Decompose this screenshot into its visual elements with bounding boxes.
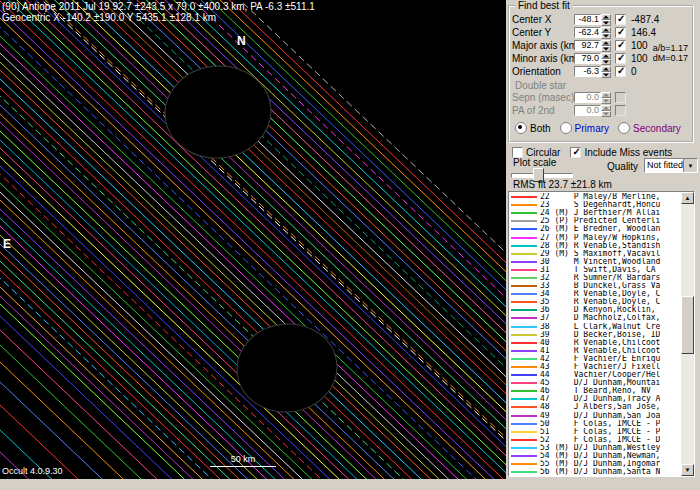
observer-list-item[interactable]: 55 (M) D/J Dunham,Ingomar [509, 460, 681, 468]
observer-list-item[interactable]: 45 D/J Dunham,Mountai [509, 379, 681, 387]
observer-list-item[interactable]: 30 M Vincent,Woodland [509, 258, 681, 266]
separation-spinner[interactable] [601, 92, 611, 104]
observer-list-item[interactable]: 56 (M) D/J Dunham,Santa N [509, 468, 681, 476]
chord-line[interactable] [0, 0, 506, 479]
fit-parameter-checkbox[interactable] [615, 14, 626, 25]
chord-color-swatch [511, 301, 537, 303]
fit-parameter-input[interactable]: -48.1 [574, 14, 601, 25]
chord-line[interactable] [0, 0, 506, 479]
observer-list-item[interactable]: 47 D/J Dunham,Tracy A [509, 395, 681, 403]
east-label: E [3, 237, 11, 251]
scroll-down-icon[interactable]: ▼ [681, 464, 694, 476]
observer-list-item[interactable]: 27 (M) P Maley/W Hopkins, [509, 233, 681, 241]
observer-list-item[interactable]: 33 B Dunckel,Grass Va [509, 282, 681, 290]
radio-label: Secondary [633, 123, 681, 134]
fit-parameter-result: 100 [631, 53, 648, 64]
observer-list-item[interactable]: 46 T Beard,Reno, NV [509, 387, 681, 395]
spin-down-icon[interactable] [601, 33, 611, 39]
observer-list-item[interactable]: 25 (P) Predicted Centerli [509, 217, 681, 225]
observer-list-item[interactable]: 51 F Colas, IMCCE - P [509, 428, 681, 436]
observer-list-item[interactable]: 42 F Vachier/E Enriqu [509, 355, 681, 363]
pa-of-2nd-input[interactable]: 0.0 [574, 105, 601, 116]
radio-icon[interactable] [618, 122, 630, 134]
fit-parameter-spinner[interactable] [601, 14, 611, 26]
spin-down-icon[interactable] [601, 111, 611, 117]
observer-list-item[interactable]: 31 T Swift,Davis, CA [509, 266, 681, 274]
observer-list-item[interactable]: 26 (M) E Bredner, Woodlan [509, 225, 681, 233]
fit-parameter-checkbox[interactable] [615, 66, 626, 77]
observer-list-item[interactable]: 40 R Venable,Chilcoot [509, 339, 681, 347]
occultation-plot: (90) Antiope 2011 Jul 19 92.7 ±243.5 x 7… [0, 0, 506, 479]
fit-parameter-checkbox[interactable] [615, 27, 626, 38]
chord-line[interactable] [0, 0, 506, 479]
observer-list-item[interactable]: 50 F Colas, IMCCE - P [509, 420, 681, 428]
fit-parameter-input[interactable]: -6.3 [574, 66, 601, 77]
chord-line[interactable] [0, 0, 506, 347]
observer-list-item[interactable]: 41 R Venable,Chilcoot [509, 347, 681, 355]
fit-parameter-spinner[interactable] [601, 53, 611, 65]
scrollbar-thumb[interactable] [681, 296, 694, 354]
include-miss-checkbox[interactable] [570, 147, 581, 158]
spin-down-icon[interactable] [601, 20, 611, 26]
observer-list-item[interactable]: 49 D/J Dunham,San Joa [509, 412, 681, 420]
observer-list-item[interactable]: 39 D Becker,Boise, ID [509, 331, 681, 339]
radio-icon[interactable] [560, 122, 572, 134]
spin-down-icon[interactable] [601, 98, 611, 104]
chord-line[interactable] [0, 0, 506, 479]
fit-parameter-checkbox[interactable] [615, 40, 626, 51]
observer-name: 33 B Dunckel,Grass Va [540, 282, 660, 290]
chord-line[interactable] [0, 0, 506, 479]
observer-list-item[interactable]: 36 D Kenyon,Rocklin, [509, 306, 681, 314]
fit-parameter-spinner[interactable] [601, 40, 611, 52]
chord-line[interactable] [0, 0, 506, 479]
observer-list-item[interactable]: 54 (M) D/J Dunham,Newman, [509, 452, 681, 460]
chord-line[interactable] [0, 0, 506, 479]
observer-list-item[interactable]: 48 J Albers,San Jose, [509, 403, 681, 411]
chevron-down-icon[interactable]: ▼ [683, 159, 697, 172]
chord-line[interactable] [0, 0, 506, 479]
separation-input[interactable]: 0.0 [574, 92, 601, 103]
fit-parameter-input[interactable]: 79.0 [574, 53, 601, 64]
spin-down-icon[interactable] [601, 46, 611, 52]
fit-parameter-result: -487.4 [631, 14, 659, 25]
include-miss-option[interactable]: Include Miss events [570, 147, 672, 158]
observer-list-item[interactable]: 35 R Venable,Doyle, C [509, 298, 681, 306]
chord-line[interactable] [0, 0, 506, 479]
quality-dropdown[interactable]: Not fitted ▼ [644, 158, 698, 173]
fit-parameter-checkbox[interactable] [615, 53, 626, 64]
observer-list-item[interactable]: 22 P Maley/B Merline, [509, 193, 681, 201]
observer-list-item[interactable]: 38 L Clark,Walnut Cre [509, 323, 681, 331]
observer-list-item[interactable]: 28 (M) R Venable,Standish [509, 242, 681, 250]
observer-list-item[interactable]: 43 F Vachier/J Fixell [509, 363, 681, 371]
pa-of-2nd-checkbox[interactable] [615, 105, 626, 116]
chord-line[interactable] [0, 0, 506, 479]
list-scrollbar[interactable]: ▲ ▼ [681, 192, 694, 476]
chord-line[interactable] [0, 0, 506, 479]
observer-list-item[interactable]: 53 (M) D/J Dunham,Westley [509, 444, 681, 452]
observer-list-item[interactable]: 32 R Sumner/R Bardars [509, 274, 681, 282]
fit-parameter-spinner[interactable] [601, 27, 611, 39]
chord-line[interactable] [0, 0, 506, 364]
chord-line[interactable] [0, 0, 506, 479]
observer-list-item[interactable]: 37 D Machholz,Colfax, [509, 314, 681, 322]
fit-parameter-input[interactable]: 92.7 [574, 40, 601, 51]
chord-line[interactable] [0, 0, 506, 479]
observer-list-item[interactable]: 44 Vachier/Cooper/Hel [509, 371, 681, 379]
observer-list-item[interactable]: 24 (M) J Berthier/M Allai [509, 209, 681, 217]
component-radio-primary[interactable]: Primary [560, 122, 609, 134]
spin-down-icon[interactable] [601, 59, 611, 65]
fit-parameter-input[interactable]: -62.4 [574, 27, 601, 38]
component-radio-secondary[interactable]: Secondary [618, 122, 681, 134]
observer-list-item[interactable]: 34 R Venable,Doyle, C [509, 290, 681, 298]
radio-icon[interactable] [515, 122, 527, 134]
separation-checkbox[interactable] [615, 92, 626, 103]
fit-parameter-spinner[interactable] [601, 66, 611, 78]
chord-line[interactable] [0, 0, 506, 479]
observer-list-item[interactable]: 52 F Colas, IMCCE - D [509, 436, 681, 444]
component-radio-both[interactable]: Both [515, 122, 551, 134]
observer-list-item[interactable]: 23 S Degenhardt,Honcu [509, 201, 681, 209]
observer-list-item[interactable]: 29 (M) S Maximoff,Vacavil [509, 250, 681, 258]
spin-down-icon[interactable] [601, 72, 611, 78]
pa-of-2nd-spinner[interactable] [601, 105, 611, 117]
scroll-up-icon[interactable]: ▲ [681, 192, 694, 204]
